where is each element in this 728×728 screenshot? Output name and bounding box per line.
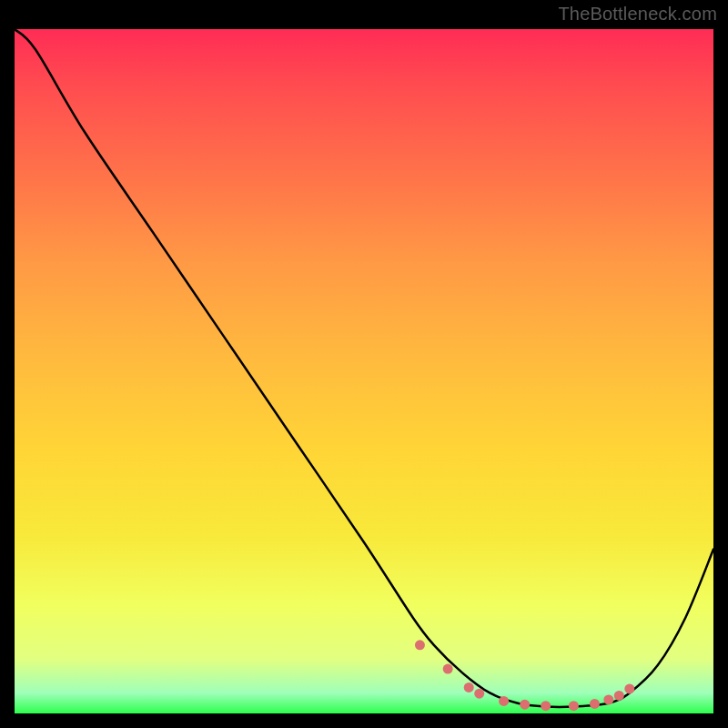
marker-dot (569, 701, 579, 711)
marker-dot (520, 700, 530, 710)
marker-dot (590, 699, 600, 709)
plot-area (15, 29, 713, 713)
marker-dots (415, 640, 634, 711)
chart-container: TheBottleneck.com (0, 0, 728, 728)
marker-dot (614, 691, 624, 701)
marker-dot (474, 689, 484, 699)
marker-dot (603, 694, 613, 704)
marker-dot (541, 701, 551, 711)
watermark-text: TheBottleneck.com (558, 4, 717, 25)
marker-dot (624, 683, 634, 693)
curve-line (15, 29, 713, 707)
marker-dot (443, 664, 453, 674)
marker-dot (464, 682, 474, 693)
marker-dot (499, 696, 509, 706)
marker-dot (415, 640, 425, 650)
chart-svg (15, 29, 713, 713)
